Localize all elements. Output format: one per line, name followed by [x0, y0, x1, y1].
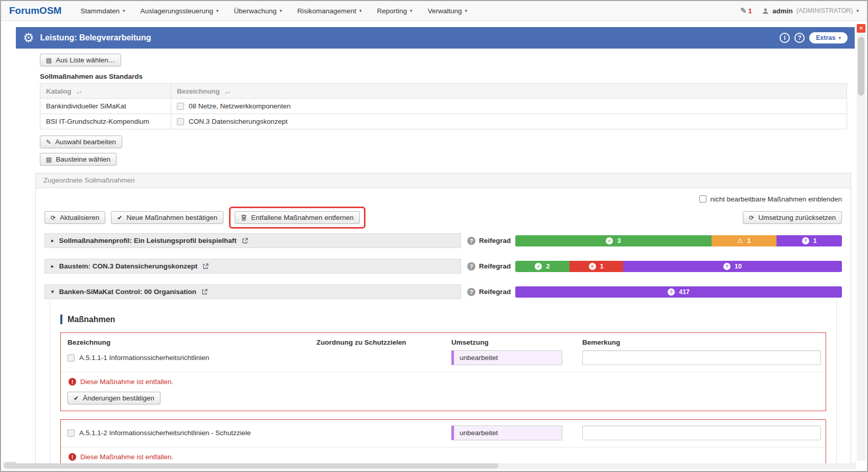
menu-label: Überwachung [234, 7, 277, 15]
measure-warning: ! Diese Maßnahme ist entfallen. [67, 372, 819, 392]
refresh-icon: ⟳ [749, 215, 754, 221]
top-navigation: ForumOSM Stammdaten ▾ Auslagerungssteuer… [1, 1, 867, 21]
measure-checkbox[interactable] [67, 430, 75, 437]
bemerkung-input[interactable] [582, 350, 821, 365]
user-role: (ADMINISTRATOR) [796, 7, 853, 14]
maturity-label: Reifegrad [479, 288, 511, 296]
menu-verwaltung[interactable]: Verwaltung ▾ [420, 1, 475, 20]
page-content: ▤ Aus Liste wählen… Sollmaßnahmen aus St… [16, 49, 855, 463]
reset-implementation-button[interactable]: ⟳ Umsetzung zurücksetzen [743, 211, 842, 224]
user-icon [762, 8, 769, 14]
chevron-down-icon: ▾ [838, 35, 841, 40]
extras-button[interactable]: Extras ▾ [809, 32, 848, 43]
menu-ueberwachung[interactable]: Überwachung ▾ [226, 1, 290, 20]
row-checkbox[interactable] [177, 118, 184, 125]
group-header[interactable]: ▸ Sollmaßnahmenprofil: Ein Leistungsprof… [44, 233, 461, 248]
vertical-scrollbar-thumb[interactable] [858, 37, 864, 96]
menu-reporting[interactable]: Reporting ▾ [370, 1, 420, 20]
button-label: Aus Liste wählen… [56, 56, 115, 64]
sort-desc-icon: ▾ [228, 90, 231, 95]
exclamation-icon: ! [68, 453, 76, 461]
trash-icon [241, 214, 247, 221]
col-zuordnung: Zuordnung zu Schutzzielen [316, 339, 451, 346]
question-icon: ? [467, 262, 475, 271]
info-button[interactable]: i [780, 33, 790, 43]
col-bezeichnung: Bezeichnung [67, 339, 316, 346]
group-title: Sollmaßnahmenprofil: Ein Leistungsprofil… [59, 237, 237, 244]
group-title: Banken-SiMaKat Control: 00 Organisation [59, 288, 197, 296]
pending-changes-indicator[interactable]: ✎ 1 [740, 6, 752, 15]
external-link-icon[interactable] [201, 288, 208, 295]
menu-auslagerungssteuerung[interactable]: Auslagerungssteuerung ▾ [132, 1, 226, 20]
confirm-new-measures-button[interactable]: ✔ Neue Maßnahmen bestätigen [111, 211, 223, 224]
user-menu[interactable]: admin (ADMINISTRATOR) ▾ [762, 7, 859, 15]
segment-count: 1 [600, 263, 604, 270]
segment-count: 417 [679, 288, 690, 296]
external-link-icon[interactable] [202, 263, 209, 269]
column-label: Bezeichnung [177, 87, 220, 95]
vertical-scrollbar[interactable] [857, 34, 865, 461]
bezeichnung-text: 08 Netze, Netzwerkkomponenten [189, 102, 291, 110]
maturity-label: Reifegrad [479, 262, 511, 270]
column-header-katalog[interactable]: Katalog ▴▾ [40, 84, 171, 99]
menu-label: Auslagerungssteuerung [140, 7, 213, 15]
umsetzung-value: unbearbeitet [460, 429, 498, 437]
choose-from-list-button[interactable]: ▤ Aus Liste wählen… [40, 54, 121, 66]
cross-icon: ✕ [589, 263, 596, 270]
maturity-bar: ✔ 2 ✕ 1 ? 10 [515, 261, 842, 272]
menu-label: Risikomanagement [297, 7, 356, 15]
table-row[interactable]: BSI IT-Grundschutz-Kompendium CON.3 Date… [40, 114, 847, 129]
measure-row: A.5.1.1-1 Informationssicherheitsrichtli… [67, 350, 819, 365]
show-noneditable-row: nicht bearbeitbare Maßnahmen einblenden [44, 193, 842, 205]
table-row[interactable]: Bankindividueller SiMaKat 08 Netze, Netz… [40, 99, 847, 114]
sort-icons[interactable]: ▴▾ [225, 90, 231, 95]
measures-section-title: Maßnahmen [60, 314, 826, 324]
menu-stammdaten[interactable]: Stammdaten ▾ [73, 1, 132, 20]
maturity-label-group: ? Reifegrad [467, 288, 511, 296]
external-link-icon[interactable] [242, 237, 248, 244]
question-icon: ? [802, 237, 809, 244]
remove-dropped-measures-button[interactable]: Entfallene Maßnahmen entfernen [235, 211, 359, 224]
checkbox-label: nicht bearbeitbare Maßnahmen einblenden [711, 195, 842, 203]
sort-icons[interactable]: ▴▾ [77, 90, 82, 95]
help-icon: ? [798, 34, 802, 41]
katalog-cell: BSI IT-Grundschutz-Kompendium [40, 114, 171, 129]
warning-icon: ⚠ [737, 237, 743, 244]
group-header[interactable]: ▸ Baustein: CON.3 Datensicherungskonzept [44, 259, 461, 274]
umsetzung-select[interactable]: unbearbeitet [451, 350, 562, 365]
bar-segment-open: ? 417 [515, 286, 842, 298]
page: ⚙ Leistung: Belegverarbeitung i ? Extras… [16, 27, 855, 463]
button-label: Aktualisieren [60, 214, 99, 221]
confirm-changes-button[interactable]: ✔ Änderungen bestätigen [67, 392, 161, 404]
chevron-down-icon: ▾ [280, 8, 282, 13]
menu-label: Stammdaten [80, 7, 120, 15]
bemerkung-input[interactable] [582, 425, 821, 440]
edit-selection-button[interactable]: ✎ Auswahl bearbeiten [40, 136, 122, 148]
maturity-label-group: ? Reifegrad [467, 237, 511, 245]
refresh-button[interactable]: ⟳ Aktualisieren [44, 211, 105, 224]
umsetzung-value: unbearbeitet [460, 354, 498, 362]
column-header-bezeichnung[interactable]: Bezeichnung ▴▾ [171, 84, 847, 99]
group-title: Baustein: CON.3 Datensicherungskonzept [59, 262, 198, 270]
check-icon: ✔ [117, 215, 122, 221]
menu-risikomanagement[interactable]: Risikomanagement ▾ [289, 1, 369, 20]
extras-label: Extras [816, 34, 835, 41]
check-icon: ✔ [74, 395, 79, 401]
close-button[interactable]: ✕ [857, 24, 865, 33]
segment-count: 1 [813, 237, 817, 244]
app-window: ForumOSM Stammdaten ▾ Auslagerungssteuer… [0, 0, 868, 472]
measures-toolbar: ⟳ Aktualisieren ✔ Neue Maßnahmen bestäti… [44, 211, 842, 224]
help-button[interactable]: ? [794, 33, 805, 43]
question-icon: ? [668, 288, 675, 296]
choose-modules-button[interactable]: ▤ Bausteine wählen [40, 153, 117, 166]
row-checkbox[interactable] [177, 103, 184, 110]
bar-segment-error: ✕ 1 [569, 261, 623, 272]
group-header[interactable]: ▾ Banken-SiMaKat Control: 00 Organisatio… [44, 284, 461, 299]
pending-changes-count: 1 [748, 7, 752, 15]
question-icon: ? [467, 288, 475, 296]
measure-card: A.5.1.1-2 Informationssicherheitsrichtli… [60, 419, 826, 463]
show-noneditable-checkbox[interactable] [699, 195, 706, 203]
warning-text: Diese Maßnahme ist entfallen. [80, 378, 173, 386]
umsetzung-select[interactable]: unbearbeitet [451, 425, 562, 440]
measure-checkbox[interactable] [67, 354, 75, 362]
